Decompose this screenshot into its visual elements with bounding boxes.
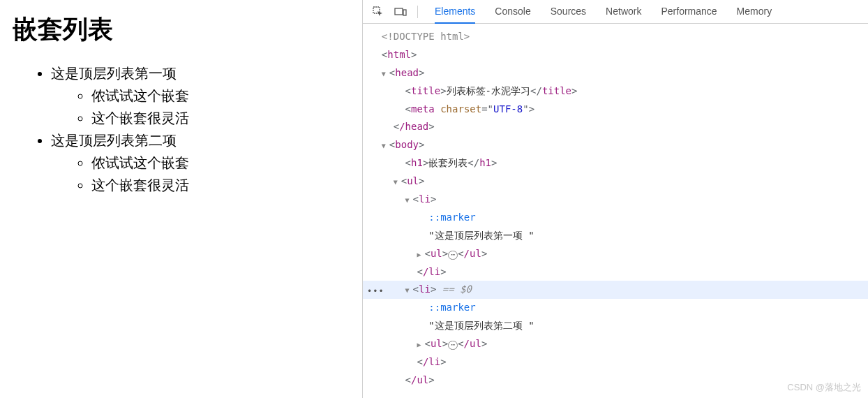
svg-rect-2 xyxy=(403,10,406,15)
svg-rect-1 xyxy=(395,8,403,15)
dom-node[interactable]: ::marker xyxy=(363,209,868,227)
expand-icon[interactable]: ▶ xyxy=(417,339,424,352)
tab-network[interactable]: Network xyxy=(606,0,641,24)
toolbar-divider xyxy=(417,6,418,18)
devtools-tabs: Elements Console Sources Network Perform… xyxy=(425,0,772,24)
nested-list: 侬试试这个嵌套 这个嵌套很灵活 xyxy=(51,84,350,129)
top-list: 这是顶层列表第一项 侬试试这个嵌套 这个嵌套很灵活 这是顶层列表第二项 侬试试这… xyxy=(13,62,350,196)
dom-tree[interactable]: <!DOCTYPE html> <html> ▼<head> <title>列表… xyxy=(363,24,868,398)
page-heading: 嵌套列表 xyxy=(13,13,350,47)
dom-node[interactable]: ▼<body> xyxy=(363,136,868,154)
tab-memory[interactable]: Memory xyxy=(737,0,772,24)
ellipsis-icon[interactable]: ⋯ xyxy=(448,251,458,260)
dom-node[interactable]: ▶<ul>⋯</ul> xyxy=(363,245,868,263)
dom-node[interactable]: ▼<head> xyxy=(363,64,868,82)
dom-node[interactable]: </head> xyxy=(363,118,868,136)
dom-node[interactable]: <html> xyxy=(363,46,868,64)
list-item: 这是顶层列表第二项 侬试试这个嵌套 这个嵌套很灵活 xyxy=(51,129,350,196)
list-item: 侬试试这个嵌套 xyxy=(91,152,350,174)
dom-node[interactable]: ▼<ul> xyxy=(363,172,868,191)
tab-performance[interactable]: Performance xyxy=(661,0,717,24)
dom-node[interactable]: <meta charset="UTF-8"> xyxy=(363,101,868,119)
ellipsis-icon[interactable]: ⋯ xyxy=(448,341,458,350)
dom-node[interactable]: <title>列表标签-水泥学习</title> xyxy=(363,82,868,101)
devtools-panel: Elements Console Sources Network Perform… xyxy=(363,0,868,398)
dom-node[interactable]: </li> xyxy=(363,263,868,281)
tab-console[interactable]: Console xyxy=(495,0,530,24)
tab-elements[interactable]: Elements xyxy=(435,0,475,24)
collapse-icon[interactable]: ▼ xyxy=(405,284,413,297)
expand-icon[interactable]: ▶ xyxy=(417,249,424,262)
dom-node[interactable]: ▼<li> xyxy=(363,191,868,209)
list-item: 这个嵌套很灵活 xyxy=(91,107,350,129)
devtools-toolbar: Elements Console Sources Network Perform… xyxy=(363,0,868,24)
watermark: CSDN @落地之光 xyxy=(787,381,861,394)
collapse-icon[interactable]: ▼ xyxy=(382,140,389,153)
dom-node[interactable]: <h1>嵌套列表</h1> xyxy=(363,154,868,172)
dom-node[interactable]: <!DOCTYPE html> xyxy=(363,28,868,46)
collapse-icon[interactable]: ▼ xyxy=(382,68,389,81)
dom-node[interactable]: </li> xyxy=(363,353,868,371)
dom-node[interactable]: ▶<ul>⋯</ul> xyxy=(363,335,868,353)
selection-indicator-icon: ••• xyxy=(367,283,384,299)
device-toolbar-icon[interactable] xyxy=(391,2,410,22)
list-item: 这是顶层列表第一项 侬试试这个嵌套 这个嵌套很灵活 xyxy=(51,62,350,129)
list-item: 侬试试这个嵌套 xyxy=(91,84,350,107)
inspect-icon[interactable] xyxy=(368,2,388,22)
dom-node[interactable]: "这是顶层列表第一项 " xyxy=(363,227,868,245)
dom-node[interactable]: ::marker xyxy=(363,299,868,317)
dom-node-selected[interactable]: ••• ▼<li> == $0 xyxy=(363,281,868,299)
rendered-page: 嵌套列表 这是顶层列表第一项 侬试试这个嵌套 这个嵌套很灵活 这是顶层列表第二项… xyxy=(0,0,363,398)
dom-node[interactable]: "这是顶层列表第二项 " xyxy=(363,317,868,335)
collapse-icon[interactable]: ▼ xyxy=(394,176,401,189)
list-item: 这个嵌套很灵活 xyxy=(91,174,350,196)
nested-list: 侬试试这个嵌套 这个嵌套很灵活 xyxy=(51,152,350,196)
tab-sources[interactable]: Sources xyxy=(551,0,586,24)
collapse-icon[interactable]: ▼ xyxy=(405,194,413,207)
